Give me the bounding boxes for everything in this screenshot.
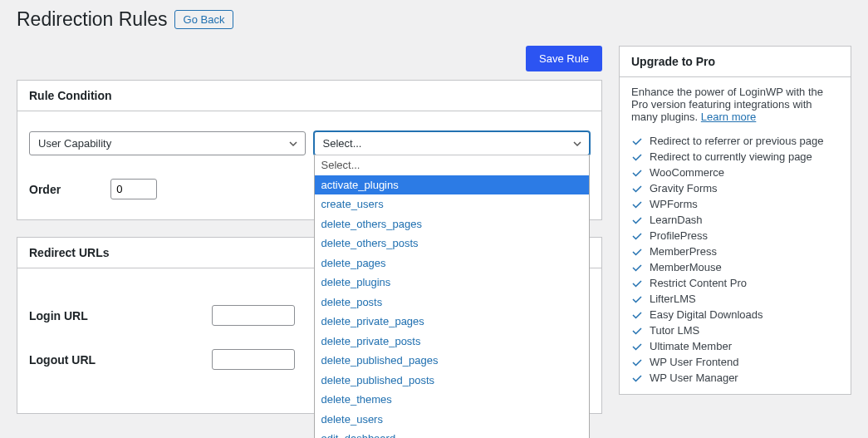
capability-option[interactable]: Select... — [315, 155, 590, 175]
check-icon — [631, 151, 643, 163]
rule-selects-row: User Capability Select... Select...activ… — [29, 131, 590, 155]
capability-option[interactable]: activate_plugins — [315, 175, 590, 195]
rule-condition-card: Rule Condition User Capability Select... — [17, 80, 602, 220]
check-icon — [631, 183, 643, 194]
feature-label: Gravity Forms — [650, 182, 718, 194]
login-url-label: Login URL — [29, 309, 195, 322]
check-icon — [631, 278, 643, 289]
logout-url-input[interactable] — [212, 349, 295, 370]
capability-option[interactable]: delete_others_posts — [315, 234, 590, 253]
feature-item: MemberMouse — [631, 259, 839, 275]
check-icon — [631, 262, 643, 273]
learn-more-link[interactable]: Learn more — [701, 111, 756, 123]
capability-option[interactable]: delete_users — [315, 410, 590, 430]
order-input[interactable] — [110, 179, 157, 199]
feature-label: WP User Manager — [650, 372, 738, 384]
capability-option[interactable]: delete_published_posts — [315, 371, 590, 391]
feature-label: Redirect to referrer or previous page — [650, 135, 824, 147]
capability-option[interactable]: delete_pages — [315, 253, 590, 273]
capability-option[interactable]: delete_plugins — [315, 273, 590, 293]
check-icon — [631, 325, 643, 337]
sidebar: Upgrade to Pro Enhance the power of Logi… — [619, 46, 851, 411]
login-url-input[interactable] — [212, 305, 295, 326]
feature-item: ProfilePress — [631, 228, 839, 244]
capability-dropdown-list[interactable]: Select...activate_pluginscreate_usersdel… — [315, 155, 590, 438]
capability-option[interactable]: delete_themes — [315, 390, 590, 410]
capability-select[interactable]: Select... — [314, 131, 591, 155]
feature-item: Gravity Forms — [631, 180, 839, 196]
feature-label: WPForms — [650, 198, 698, 210]
feature-label: MemberMouse — [650, 261, 722, 273]
capability-option[interactable]: delete_posts — [315, 293, 590, 313]
check-icon — [631, 135, 643, 147]
page-title: Redirection Rules — [17, 8, 168, 31]
feature-item: LifterLMS — [631, 291, 839, 307]
feature-item: Restrict Content Pro — [631, 275, 839, 291]
feature-label: Easy Digital Downloads — [650, 308, 763, 321]
main-column: Save Rule Rule Condition User Capability… — [17, 46, 602, 431]
check-icon — [631, 293, 643, 305]
feature-label: Tutor LMS — [650, 324, 699, 337]
check-icon — [631, 357, 643, 368]
check-icon — [631, 199, 643, 210]
layout: Save Rule Rule Condition User Capability… — [17, 46, 851, 431]
check-icon — [631, 341, 643, 352]
feature-item: WPForms — [631, 196, 839, 212]
feature-label: Restrict Content Pro — [650, 277, 747, 289]
upgrade-heading: Upgrade to Pro — [620, 47, 851, 77]
logout-url-label: Logout URL — [29, 353, 195, 367]
condition-type-container: User Capability — [29, 131, 306, 155]
feature-item: WP User Manager — [631, 370, 839, 386]
save-rule-button[interactable]: Save Rule — [526, 46, 602, 71]
capability-option[interactable]: delete_others_pages — [315, 214, 590, 234]
check-icon — [631, 309, 643, 321]
check-icon — [631, 246, 643, 258]
capability-container: Select... Select...activate_pluginscreat… — [314, 131, 591, 155]
feature-item: Redirect to referrer or previous page — [631, 133, 839, 149]
capability-option[interactable]: delete_private_posts — [315, 332, 590, 352]
feature-item: WP User Frontend — [631, 354, 839, 370]
feature-label: LearnDash — [650, 214, 703, 226]
feature-label: MemberPress — [650, 245, 717, 258]
capability-option[interactable]: create_users — [315, 194, 590, 214]
feature-item: LearnDash — [631, 212, 839, 228]
feature-label: Redirect to currently viewing page — [650, 150, 812, 163]
feature-item: Tutor LMS — [631, 322, 839, 338]
feature-item: Redirect to currently viewing page — [631, 149, 839, 165]
order-label: Order — [29, 183, 61, 196]
feature-item: MemberPress — [631, 244, 839, 259]
save-row: Save Rule — [17, 46, 602, 71]
go-back-button[interactable]: Go Back — [174, 10, 234, 29]
feature-item: WooCommerce — [631, 165, 839, 180]
feature-list: Redirect to referrer or previous pageRed… — [631, 133, 839, 386]
feature-label: ProfilePress — [650, 229, 708, 242]
feature-label: WP User Frontend — [650, 356, 738, 368]
rule-condition-heading: Rule Condition — [17, 81, 601, 111]
feature-label: Ultimate Member — [650, 340, 732, 352]
capability-option[interactable]: edit_dashboard — [315, 429, 590, 438]
page-header: Redirection Rules Go Back — [17, 8, 851, 31]
feature-item: Easy Digital Downloads — [631, 307, 839, 322]
capability-dropdown: Select...activate_pluginscreate_usersdel… — [314, 155, 591, 438]
check-icon — [631, 372, 643, 384]
capability-option[interactable]: delete_private_pages — [315, 312, 590, 332]
feature-item: Ultimate Member — [631, 338, 839, 354]
check-icon — [631, 214, 643, 226]
check-icon — [631, 230, 643, 242]
capability-option[interactable]: delete_published_pages — [315, 351, 590, 371]
check-icon — [631, 167, 643, 179]
feature-label: WooCommerce — [650, 166, 724, 179]
upgrade-card: Upgrade to Pro Enhance the power of Logi… — [619, 46, 851, 395]
condition-type-select[interactable]: User Capability — [29, 131, 306, 155]
feature-label: LifterLMS — [650, 293, 696, 305]
